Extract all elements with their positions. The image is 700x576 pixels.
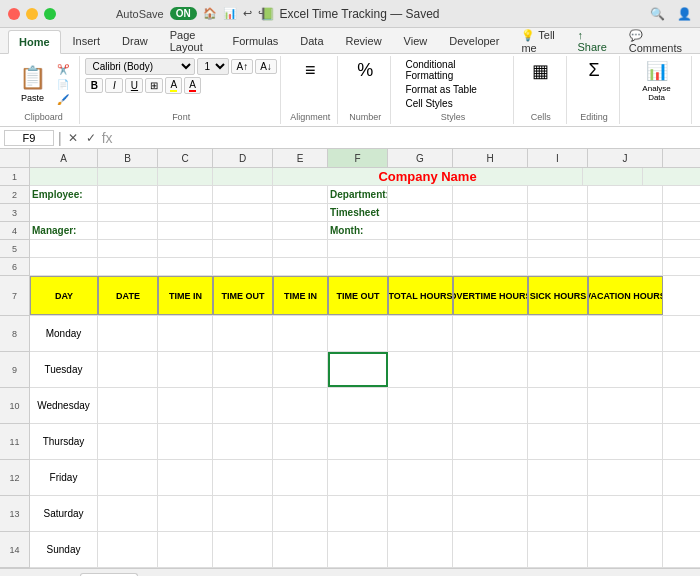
cell-wednesday-vac[interactable]	[588, 388, 663, 423]
copy-button[interactable]: 📄	[53, 78, 73, 91]
cell-monday-sick[interactable]	[528, 316, 588, 351]
header-overtime[interactable]: OVERTIME HOURS	[453, 276, 528, 315]
fill-color-button[interactable]: A	[165, 77, 182, 94]
cell-tuesday-vac[interactable]	[588, 352, 663, 387]
cell-saturday-date[interactable]	[98, 496, 158, 531]
cell-d3[interactable]	[213, 204, 273, 221]
sheet-tab-1[interactable]: Sheet1	[80, 573, 138, 577]
cell-g5[interactable]	[388, 240, 453, 257]
cell-wednesday-sick[interactable]	[528, 388, 588, 423]
editing-button[interactable]: Σ	[576, 58, 612, 83]
font-family-select[interactable]: Calibri (Body)	[85, 58, 195, 75]
row-num-11[interactable]: 11	[0, 424, 29, 460]
cell-sunday-date[interactable]	[98, 532, 158, 567]
cell-b3[interactable]	[98, 204, 158, 221]
cell-tuesday-total[interactable]	[388, 352, 453, 387]
col-header-a[interactable]: A	[30, 149, 98, 167]
cell-saturday-total[interactable]	[388, 496, 453, 531]
header-timeout1[interactable]: TIME OUT	[213, 276, 273, 315]
cell-sunday-ot[interactable]	[453, 532, 528, 567]
cell-a2[interactable]: Employee:	[30, 186, 98, 203]
analyse-button[interactable]: 📊 Analyse Data	[630, 58, 683, 104]
cell-friday-sick[interactable]	[528, 460, 588, 495]
cell-j6[interactable]	[588, 258, 663, 275]
col-header-f[interactable]: F	[328, 149, 388, 167]
cell-wednesday[interactable]: Wednesday	[30, 388, 98, 423]
row-num-14[interactable]: 14	[0, 532, 29, 568]
cell-c3[interactable]	[158, 204, 213, 221]
header-timein2[interactable]: TIME IN	[273, 276, 328, 315]
col-header-b[interactable]: B	[98, 149, 158, 167]
cell-h2[interactable]	[453, 186, 528, 203]
cell-sunday-tout1[interactable]	[213, 532, 273, 567]
underline-button[interactable]: U	[125, 78, 143, 93]
cell-tuesday-ot[interactable]	[453, 352, 528, 387]
font-color-button[interactable]: A	[184, 77, 201, 94]
cells-button[interactable]: ▦	[523, 58, 559, 84]
cell-g6[interactable]	[388, 258, 453, 275]
cell-tuesday-tout2[interactable]	[328, 352, 388, 387]
cell-d2[interactable]	[213, 186, 273, 203]
cell-j2[interactable]	[588, 186, 663, 203]
conditional-formatting-button[interactable]: Conditional Formatting	[401, 58, 504, 82]
cell-j1[interactable]	[643, 168, 700, 185]
cell-e2[interactable]	[273, 186, 328, 203]
cell-friday-vac[interactable]	[588, 460, 663, 495]
tab-draw[interactable]: Draw	[112, 29, 158, 53]
cell-monday-tin2[interactable]	[273, 316, 328, 351]
header-sick[interactable]: SICK HOURS	[528, 276, 588, 315]
cell-g4[interactable]	[388, 222, 453, 239]
cell-a4[interactable]: Manager:	[30, 222, 98, 239]
cell-f5[interactable]	[328, 240, 388, 257]
cell-thursday-vac[interactable]	[588, 424, 663, 459]
cell-sunday-tin2[interactable]	[273, 532, 328, 567]
tab-tell-me[interactable]: 💡 Tell me	[511, 29, 565, 53]
cell-a6[interactable]	[30, 258, 98, 275]
cell-h5[interactable]	[453, 240, 528, 257]
cell-thursday-total[interactable]	[388, 424, 453, 459]
cell-a5[interactable]	[30, 240, 98, 257]
cell-sunday-sick[interactable]	[528, 532, 588, 567]
account-icon[interactable]: 👤	[677, 7, 692, 21]
cell-a1[interactable]	[30, 168, 98, 185]
nav-first-sheet[interactable]: ⏮	[4, 573, 22, 577]
cell-sunday-tout2[interactable]	[328, 532, 388, 567]
tab-comments[interactable]: 💬 Comments	[619, 29, 692, 53]
cell-i2[interactable]	[528, 186, 588, 203]
cell-thursday-tout2[interactable]	[328, 424, 388, 459]
cell-c6[interactable]	[158, 258, 213, 275]
formula-confirm[interactable]: ✓	[84, 131, 98, 145]
cell-j5[interactable]	[588, 240, 663, 257]
cell-friday-ot[interactable]	[453, 460, 528, 495]
cell-f3[interactable]: Timesheet	[328, 204, 388, 221]
cell-monday-date[interactable]	[98, 316, 158, 351]
cell-b5[interactable]	[98, 240, 158, 257]
cell-e6[interactable]	[273, 258, 328, 275]
italic-button[interactable]: I	[105, 78, 123, 93]
cell-i1[interactable]	[583, 168, 643, 185]
undo-icon[interactable]: ↩	[243, 7, 252, 20]
cell-tuesday-sick[interactable]	[528, 352, 588, 387]
nav-last-sheet[interactable]: ⏭	[58, 573, 76, 577]
increase-font-button[interactable]: A↑	[231, 59, 253, 74]
row-num-7[interactable]: 7	[0, 276, 29, 316]
alignment-button[interactable]: ≡	[292, 58, 328, 83]
formula-input[interactable]	[117, 131, 696, 145]
row-num-12[interactable]: 12	[0, 460, 29, 496]
cell-d5[interactable]	[213, 240, 273, 257]
cell-saturday-vac[interactable]	[588, 496, 663, 531]
cell-saturday-tin2[interactable]	[273, 496, 328, 531]
cell-saturday-tin1[interactable]	[158, 496, 213, 531]
cell-c2[interactable]	[158, 186, 213, 203]
cell-i6[interactable]	[528, 258, 588, 275]
cell-c4[interactable]	[158, 222, 213, 239]
cell-saturday-tout1[interactable]	[213, 496, 273, 531]
cell-thursday-tin1[interactable]	[158, 424, 213, 459]
cell-e5[interactable]	[273, 240, 328, 257]
cell-b1[interactable]	[98, 168, 158, 185]
search-icon[interactable]: 🔍	[650, 7, 665, 21]
cell-thursday-tout1[interactable]	[213, 424, 273, 459]
col-header-h[interactable]: H	[453, 149, 528, 167]
cell-i4[interactable]	[528, 222, 588, 239]
cell-e3[interactable]	[273, 204, 328, 221]
